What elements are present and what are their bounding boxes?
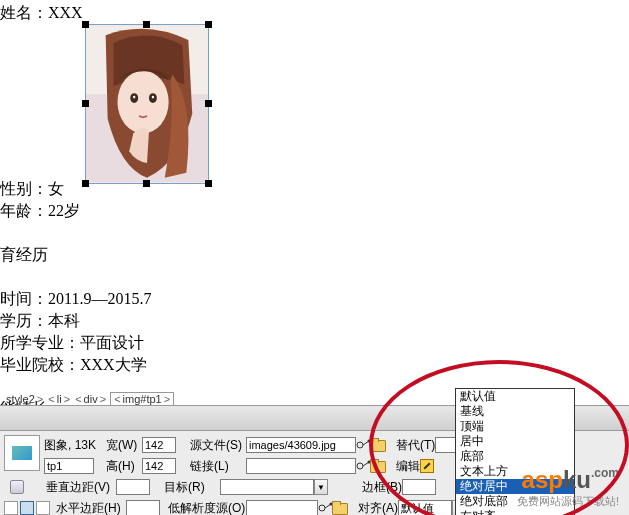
align-input[interactable] [398, 500, 452, 515]
link-input[interactable] [246, 458, 356, 474]
tag-li[interactable]: li [56, 393, 63, 405]
edu-header: 育经历 [0, 244, 629, 266]
align-option[interactable]: 居中 [456, 434, 574, 449]
align-option[interactable]: 左对齐 [456, 509, 574, 515]
lowsrc-label: 低解析度源(O) [168, 500, 246, 516]
resize-handle[interactable] [205, 180, 212, 187]
target-label: 目标(R) [164, 479, 220, 496]
thumb-type: 图象, [44, 438, 71, 452]
browse-folder-icon[interactable] [370, 438, 386, 452]
svg-point-7 [357, 442, 363, 448]
resize-handle[interactable] [143, 180, 150, 187]
width-label: 宽(W) [106, 437, 142, 454]
image-name-input[interactable] [44, 458, 94, 474]
map-icon[interactable] [10, 480, 24, 494]
thumb-size: 13K [75, 438, 96, 452]
target-input[interactable] [220, 479, 314, 495]
svg-point-6 [152, 96, 154, 99]
photo-selected[interactable] [85, 24, 209, 184]
edit-label: 编辑 [396, 458, 420, 475]
edit-icon[interactable] [420, 459, 434, 473]
align-option[interactable]: 底部 [456, 449, 574, 464]
name-label: 姓名： [0, 4, 48, 21]
gender-label: 性别： [0, 180, 48, 197]
image-thumbnail[interactable] [4, 435, 40, 471]
alt-label: 替代(T) [396, 437, 435, 454]
watermark: aspku.com 免费网站源码下载站! [517, 466, 619, 509]
border-input[interactable] [402, 479, 436, 495]
align-option[interactable]: 顶端 [456, 419, 574, 434]
point-to-file-icon[interactable] [318, 501, 332, 515]
resize-handle[interactable] [82, 21, 89, 28]
tag-div[interactable]: div [83, 393, 99, 405]
vspace-input[interactable] [116, 479, 150, 495]
svg-point-9 [357, 463, 363, 469]
school-value: XXX大学 [80, 356, 147, 373]
profile-photo [86, 25, 208, 183]
vspace-label: 垂直边距(V) [46, 479, 116, 496]
link-label: 链接(L) [190, 458, 246, 475]
align-option[interactable]: 默认值 [456, 389, 574, 404]
align-label: 对齐(A) [358, 500, 398, 516]
align-option[interactable]: 基线 [456, 404, 574, 419]
width-input[interactable] [142, 437, 176, 453]
hspace-input[interactable] [126, 500, 160, 515]
tag-style[interactable]: style2 [5, 393, 36, 405]
target-dropdown[interactable]: ▼ [314, 479, 328, 495]
name-value: XXX [48, 4, 83, 21]
degree-value: 本科 [48, 312, 80, 329]
browse-folder-icon[interactable] [332, 501, 348, 515]
lowsrc-input[interactable] [246, 500, 318, 515]
school-label: 毕业院校： [0, 356, 80, 373]
border-label: 边框(B) [362, 479, 402, 496]
point-to-file-icon[interactable] [356, 438, 370, 452]
src-label: 源文件(S) [190, 437, 246, 454]
major-value: 平面设计 [80, 334, 144, 351]
age-value: 22岁 [48, 202, 80, 219]
resize-handle[interactable] [205, 21, 212, 28]
point-to-file-icon[interactable] [356, 459, 370, 473]
resize-handle[interactable] [205, 100, 212, 107]
tag-selector-bar[interactable]: .style2> <li> <div> <img#tp1> [0, 392, 174, 406]
resize-handle[interactable] [82, 100, 89, 107]
resize-handle[interactable] [82, 180, 89, 187]
svg-point-11 [319, 505, 325, 511]
tag-img[interactable]: img#tp1 [122, 393, 163, 405]
hspace-label: 水平边距(H) [56, 500, 126, 516]
major-label: 所学专业： [0, 334, 80, 351]
degree-label: 学历： [0, 312, 48, 329]
svg-point-2 [117, 71, 168, 134]
height-input[interactable] [142, 458, 176, 474]
time-value: 2011.9—2015.7 [48, 290, 151, 307]
svg-point-5 [133, 96, 135, 99]
resize-handle[interactable] [143, 21, 150, 28]
map-tools[interactable] [4, 501, 50, 515]
browse-folder-icon[interactable] [370, 459, 386, 473]
age-label: 年龄： [0, 202, 48, 219]
time-label: 时间： [0, 290, 48, 307]
gender-value: 女 [48, 180, 64, 197]
height-label: 高(H) [106, 458, 142, 475]
src-input[interactable] [246, 437, 356, 453]
